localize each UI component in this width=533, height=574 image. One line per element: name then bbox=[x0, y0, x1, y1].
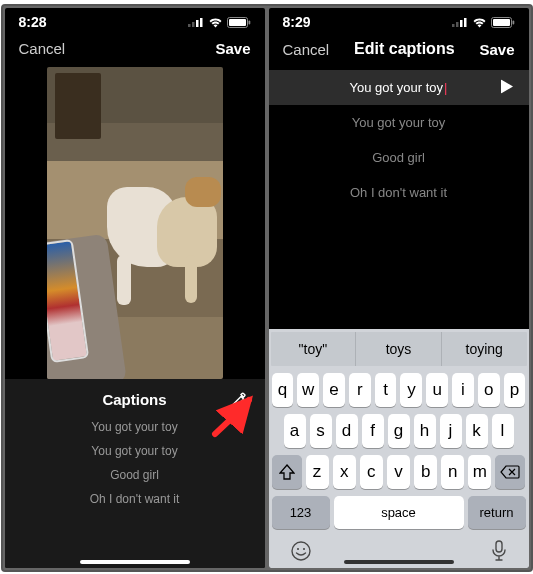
svg-rect-6 bbox=[248, 20, 250, 24]
backspace-key[interactable] bbox=[495, 455, 525, 489]
key-y[interactable]: y bbox=[400, 373, 422, 407]
key-g[interactable]: g bbox=[388, 414, 410, 448]
key-b[interactable]: b bbox=[414, 455, 437, 489]
key-r[interactable]: r bbox=[349, 373, 371, 407]
emoji-button[interactable] bbox=[290, 540, 312, 562]
svg-rect-7 bbox=[452, 24, 455, 27]
suggestion[interactable]: "toy" bbox=[271, 332, 357, 366]
key-l[interactable]: l bbox=[492, 414, 514, 448]
key-q[interactable]: q bbox=[272, 373, 294, 407]
key-m[interactable]: m bbox=[468, 455, 491, 489]
key-f[interactable]: f bbox=[362, 414, 384, 448]
edit-captions-button[interactable] bbox=[231, 391, 249, 413]
save-button[interactable]: Save bbox=[215, 40, 250, 57]
home-indicator[interactable] bbox=[344, 560, 454, 564]
svg-point-14 bbox=[292, 542, 310, 560]
key-row-3: z x c v b n m bbox=[272, 455, 526, 489]
page-title: Edit captions bbox=[354, 40, 454, 58]
status-bar: 8:29 bbox=[269, 8, 529, 32]
caption-text: You got your toy bbox=[350, 80, 443, 95]
dictation-button[interactable] bbox=[490, 540, 508, 562]
shift-key[interactable] bbox=[272, 455, 302, 489]
key-e[interactable]: e bbox=[323, 373, 345, 407]
caption-row-active[interactable]: You got your toy| bbox=[269, 70, 529, 105]
cancel-button[interactable]: Cancel bbox=[19, 40, 66, 57]
captions-title: Captions bbox=[19, 391, 251, 408]
key-t[interactable]: t bbox=[375, 373, 397, 407]
key-n[interactable]: n bbox=[441, 455, 464, 489]
key-row-2: a s d f g h j k l bbox=[272, 414, 526, 448]
svg-rect-10 bbox=[464, 18, 467, 27]
svg-point-16 bbox=[302, 548, 304, 550]
key-u[interactable]: u bbox=[426, 373, 448, 407]
key-h[interactable]: h bbox=[414, 414, 436, 448]
key-p[interactable]: p bbox=[504, 373, 526, 407]
key-d[interactable]: d bbox=[336, 414, 358, 448]
suggestion[interactable]: toys bbox=[356, 332, 442, 366]
key-w[interactable]: w bbox=[297, 373, 319, 407]
svg-rect-1 bbox=[192, 22, 195, 27]
caption-row[interactable]: Oh I don't want it bbox=[269, 175, 529, 210]
battery-icon bbox=[491, 17, 515, 28]
left-phone: 8:28 Cancel Save C bbox=[5, 8, 265, 568]
key-i[interactable]: i bbox=[452, 373, 474, 407]
caption-item[interactable]: Good girl bbox=[110, 468, 159, 482]
clock: 8:29 bbox=[283, 14, 311, 30]
caption-text: You got your toy bbox=[352, 115, 445, 130]
caption-item[interactable]: You got your toy bbox=[91, 444, 177, 458]
key-k[interactable]: k bbox=[466, 414, 488, 448]
key-z[interactable]: z bbox=[306, 455, 329, 489]
play-icon bbox=[501, 79, 513, 93]
cancel-button[interactable]: Cancel bbox=[283, 41, 330, 58]
caption-row[interactable]: You got your toy bbox=[269, 105, 529, 140]
nav-bar: Cancel Save bbox=[5, 32, 265, 65]
key-row-1: q w e r t y u i o p bbox=[272, 373, 526, 407]
key-c[interactable]: c bbox=[360, 455, 383, 489]
play-button[interactable] bbox=[501, 79, 513, 96]
text-cursor: | bbox=[444, 80, 447, 95]
numeric-key[interactable]: 123 bbox=[272, 496, 330, 529]
key-a[interactable]: a bbox=[284, 414, 306, 448]
caption-item[interactable]: Oh I don't want it bbox=[90, 492, 180, 506]
caption-text: Oh I don't want it bbox=[350, 185, 447, 200]
key-j[interactable]: j bbox=[440, 414, 462, 448]
svg-rect-5 bbox=[229, 19, 246, 26]
pencil-icon bbox=[231, 391, 249, 409]
key-row-bottom: 123 space return bbox=[272, 496, 526, 529]
svg-rect-9 bbox=[460, 20, 463, 27]
signal-icon bbox=[452, 17, 468, 27]
emoji-icon bbox=[290, 540, 312, 562]
wifi-icon bbox=[472, 17, 487, 28]
svg-rect-12 bbox=[493, 19, 510, 26]
key-o[interactable]: o bbox=[478, 373, 500, 407]
key-s[interactable]: s bbox=[310, 414, 332, 448]
video-preview[interactable] bbox=[47, 67, 223, 379]
save-button[interactable]: Save bbox=[479, 41, 514, 58]
keyboard: "toy" toys toying q w e r t y u i o p a … bbox=[269, 329, 529, 568]
shift-icon bbox=[279, 464, 295, 480]
caption-item[interactable]: You got your toy bbox=[91, 420, 177, 434]
svg-point-15 bbox=[296, 548, 298, 550]
wifi-icon bbox=[208, 17, 223, 28]
battery-icon bbox=[227, 17, 251, 28]
caption-text: Good girl bbox=[372, 150, 425, 165]
space-key[interactable]: space bbox=[334, 496, 464, 529]
key-x[interactable]: x bbox=[333, 455, 356, 489]
svg-rect-0 bbox=[188, 24, 191, 27]
backspace-icon bbox=[500, 465, 520, 479]
home-indicator[interactable] bbox=[80, 560, 190, 564]
suggestion-bar: "toy" toys toying bbox=[271, 332, 527, 366]
edit-caption-list: You got your toy| You got your toy Good … bbox=[269, 70, 529, 210]
svg-rect-2 bbox=[196, 20, 199, 27]
signal-icon bbox=[188, 17, 204, 27]
nav-bar: Cancel Edit captions Save bbox=[269, 32, 529, 66]
key-v[interactable]: v bbox=[387, 455, 410, 489]
svg-rect-17 bbox=[496, 541, 502, 552]
suggestion[interactable]: toying bbox=[442, 332, 527, 366]
return-key[interactable]: return bbox=[468, 496, 526, 529]
caption-row[interactable]: Good girl bbox=[269, 140, 529, 175]
caption-list: You got your toy You got your toy Good g… bbox=[19, 420, 251, 506]
captions-panel: Captions You got your toy You got your t… bbox=[5, 379, 265, 568]
status-icons bbox=[188, 17, 251, 28]
status-bar: 8:28 bbox=[5, 8, 265, 32]
